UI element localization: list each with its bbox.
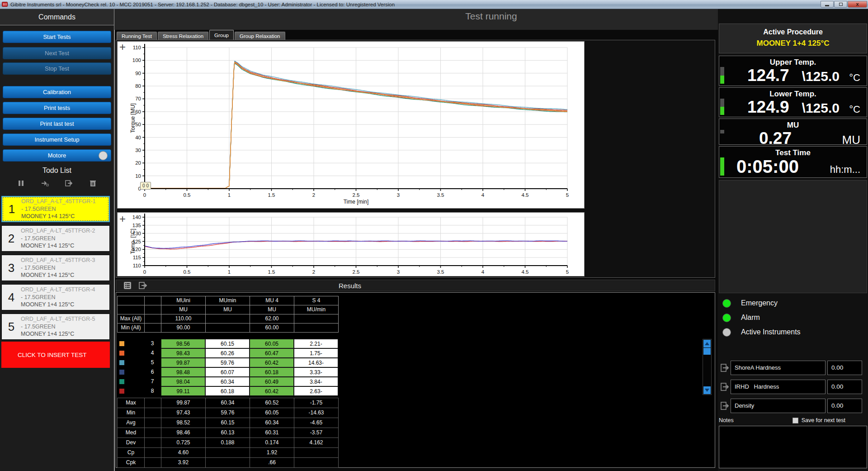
svg-text:5: 5 bbox=[566, 269, 569, 275]
crosshair-icon[interactable]: + bbox=[119, 213, 126, 225]
results-section: MUini MUmin MU 4 S 4 MU MU MU MU/min Max… bbox=[116, 292, 715, 468]
active-procedure-block: Active Procedure MOONEY 1+4 125°C bbox=[719, 24, 867, 53]
unit-header: MU bbox=[250, 305, 294, 314]
cell bbox=[145, 398, 161, 408]
result-cell: 3.84- bbox=[294, 377, 338, 386]
tab-group[interactable]: Group bbox=[209, 30, 234, 41]
todo-item-5[interactable]: 5 ORD_LAF_A-LT_45TTFGR-5 - 17.5GREEN MOO… bbox=[1, 314, 110, 340]
stat-value: -4.65 bbox=[294, 418, 339, 428]
density-value[interactable]: 0.00 bbox=[827, 399, 862, 413]
irhd-hardness-field[interactable]: IRHD Hardness bbox=[731, 380, 826, 394]
print-last-test-button[interactable]: Print last test bbox=[3, 118, 111, 130]
torque-chart[interactable]: 010203040506070809010011000.511.522.533.… bbox=[118, 42, 585, 209]
export-test-icon[interactable] bbox=[65, 180, 73, 187]
restore-button[interactable] bbox=[834, 1, 847, 8]
todo-item-1[interactable]: 1 ORD_LAF_A-LT_45TTFGR-1 - 17.5GREEN MOO… bbox=[1, 196, 110, 222]
gauge-title: Upper Temp. bbox=[719, 58, 867, 67]
active-procedure-value: MOONEY 1+4 125°C bbox=[719, 39, 867, 48]
export-measure-icon[interactable] bbox=[721, 401, 730, 410]
stat-label: Cpk bbox=[118, 458, 145, 468]
svg-text:60: 60 bbox=[135, 109, 141, 114]
table-row[interactable]: 8 99.11 60.18 60.42 2.63- bbox=[117, 386, 338, 396]
gauge-unit: hh:m... bbox=[830, 164, 860, 176]
todo-item-order: ORD_LAF_A-LT_45TTFGR-4 bbox=[21, 286, 95, 294]
todo-item-4[interactable]: 4 ORD_LAF_A-LT_45TTFGR-4 - 17.5GREEN MOO… bbox=[1, 284, 110, 310]
table-row[interactable]: 4 98.43 60.26 60.47 1.75- bbox=[117, 348, 338, 358]
svg-text:80: 80 bbox=[135, 83, 141, 89]
todo-item-number: 5 bbox=[2, 320, 21, 334]
column-header: MUini bbox=[161, 296, 206, 305]
table-row[interactable]: 6 98.48 60.07 60.18 3.33- bbox=[117, 367, 338, 377]
trash-icon[interactable] bbox=[90, 180, 96, 187]
todo-item-procedure: MOONEY 1+4 125°C bbox=[21, 301, 95, 309]
limit-value bbox=[206, 314, 250, 324]
table-row[interactable]: 5 99.87 59.76 60.42 14.63- bbox=[117, 358, 338, 367]
pause-icon[interactable] bbox=[18, 180, 24, 187]
series-swatch bbox=[117, 377, 144, 386]
status-label: Emergency bbox=[741, 299, 778, 307]
notes-input[interactable] bbox=[719, 426, 867, 468]
export-measure-icon[interactable] bbox=[721, 363, 730, 372]
irhd-hardness-value[interactable]: 0.00 bbox=[827, 380, 862, 394]
table-row[interactable]: 7 98.04 60.34 60.49 3.84- bbox=[117, 377, 338, 386]
svg-text:3.5: 3.5 bbox=[437, 269, 444, 275]
stat-value: 4.162 bbox=[294, 438, 339, 448]
insert-test-button[interactable]: CLICK TO INSERT TEST bbox=[1, 342, 110, 368]
save-for-next-test-checkbox[interactable] bbox=[793, 418, 798, 423]
instrument-setup-button[interactable]: Instrument Setup bbox=[3, 133, 111, 146]
export-measure-icon[interactable] bbox=[721, 382, 730, 391]
todo-item-detail: - 17.5GREEN bbox=[21, 264, 95, 272]
result-cell: 60.15 bbox=[205, 339, 250, 348]
stat-value: -1.75 bbox=[294, 398, 339, 408]
stat-value: 60.15 bbox=[206, 418, 250, 428]
svg-text:135: 135 bbox=[132, 223, 141, 228]
shorea-hardness-field[interactable]: ShoreA Hardness bbox=[731, 361, 826, 375]
result-cell: 98.04 bbox=[161, 377, 205, 386]
scroll-up-button[interactable] bbox=[703, 340, 711, 347]
results-scrollbar[interactable] bbox=[703, 339, 712, 395]
next-test-button[interactable]: Next Test bbox=[3, 47, 111, 59]
series-swatch bbox=[117, 386, 144, 396]
table-row[interactable]: 3 98.56 60.15 60.05 2.21- bbox=[117, 339, 338, 348]
scroll-down-button[interactable] bbox=[703, 386, 711, 394]
todo-item-procedure: MOONEY 1+4 125°C bbox=[21, 242, 95, 250]
gauge-value: 124.9 bbox=[747, 98, 789, 117]
crosshair-icon[interactable]: + bbox=[119, 41, 126, 53]
scrollbar-thumb[interactable] bbox=[703, 348, 711, 355]
todo-item-3[interactable]: 3 ORD_LAF_A-LT_45TTFGR-3 - 17.5GREEN MOO… bbox=[1, 255, 110, 281]
status-emergency: Emergency bbox=[722, 298, 867, 309]
tab-running-test[interactable]: Running Test bbox=[117, 32, 157, 41]
stop-test-button[interactable]: Stop Test bbox=[3, 62, 111, 75]
temperature-chart[interactable]: 11011512012513013514000.511.522.533.544.… bbox=[118, 213, 585, 277]
tab-group-relaxation[interactable]: Group Relaxation bbox=[235, 32, 285, 41]
unit-header: MU/min bbox=[294, 305, 339, 314]
limit-value: 60.00 bbox=[250, 324, 294, 333]
shorea-hardness-value[interactable]: 0.00 bbox=[827, 361, 862, 375]
stat-value: 1.92 bbox=[250, 448, 294, 458]
result-cell: 98.43 bbox=[161, 348, 205, 358]
cell bbox=[145, 428, 161, 438]
svg-text:4: 4 bbox=[481, 192, 485, 198]
svg-text:1.5: 1.5 bbox=[268, 269, 275, 275]
gauge-mu: MU 0.27MU bbox=[719, 119, 867, 145]
stat-label: Avg bbox=[118, 418, 145, 428]
minimize-button[interactable] bbox=[821, 1, 834, 8]
motore-toggle-button[interactable]: Motore bbox=[3, 149, 111, 162]
density-field[interactable]: Density bbox=[731, 399, 826, 413]
result-cell: 60.47 bbox=[250, 348, 294, 358]
todo-item-number: 2 bbox=[2, 232, 21, 246]
move-test-icon[interactable] bbox=[41, 180, 49, 187]
stat-value: 0.174 bbox=[250, 438, 294, 448]
tab-stress-relaxation[interactable]: Stress Relaxation bbox=[158, 32, 208, 41]
close-button[interactable]: x bbox=[848, 1, 867, 8]
calibration-button[interactable]: Calibration bbox=[3, 86, 111, 98]
density-row: Density 0.00 bbox=[720, 398, 867, 414]
start-tests-button[interactable]: Start Tests bbox=[3, 31, 111, 43]
print-tests-button[interactable]: Print tests bbox=[3, 102, 111, 114]
cell bbox=[145, 448, 161, 458]
test-time-status-bar bbox=[720, 157, 724, 176]
cell bbox=[145, 324, 161, 333]
limit-value bbox=[206, 324, 250, 333]
svg-text:10: 10 bbox=[135, 173, 141, 179]
todo-item-2[interactable]: 2 ORD_LAF_A-LT_45TTFGR-2 - 17.5GREEN MOO… bbox=[1, 225, 110, 252]
